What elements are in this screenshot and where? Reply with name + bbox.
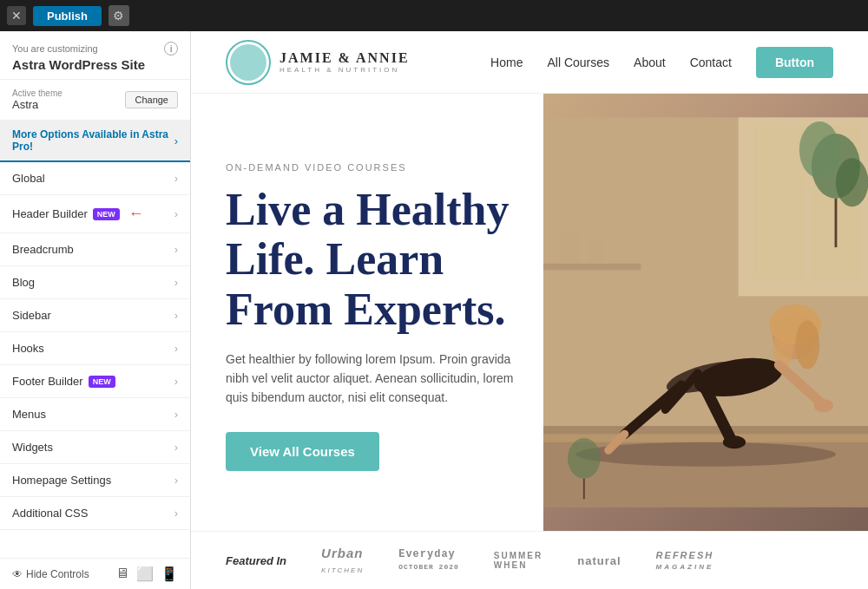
menu-item-label: Footer Builder xyxy=(12,375,83,388)
svg-rect-2 xyxy=(754,126,803,280)
main-layout: You are customizing i Astra WordPress Si… xyxy=(0,31,868,589)
menu-arrow-icon: › xyxy=(174,172,178,185)
desktop-icon[interactable]: 🖥 xyxy=(115,566,129,582)
change-theme-button[interactable]: Change xyxy=(125,91,178,108)
sidebar-menu-item-footer-builder[interactable]: Footer BuilderNEW› xyxy=(0,365,190,398)
sidebar-menu-item-additional-css[interactable]: Additional CSS› xyxy=(0,497,190,530)
menu-item-label: Sidebar xyxy=(12,309,51,322)
hero-image xyxy=(543,94,868,531)
publish-button[interactable]: Publish xyxy=(33,6,102,26)
customizing-header: You are customizing i Astra WordPress Si… xyxy=(0,31,190,80)
menu-arrow-icon: › xyxy=(174,207,178,220)
menu-arrow-icon: › xyxy=(174,243,178,256)
site-name: Astra WordPress Site xyxy=(12,57,178,72)
svg-rect-26 xyxy=(543,264,641,270)
top-bar: ✕ Publish ⚙ xyxy=(0,0,868,31)
featured-logo-everyday: EverydayOCTOBER 2020 xyxy=(398,548,459,573)
svg-point-6 xyxy=(799,121,839,179)
menu-arrow-icon: › xyxy=(174,276,178,289)
sidebar-menu-item-sidebar[interactable]: Sidebar› xyxy=(0,299,190,332)
device-icons: 🖥 ⬜ 📱 xyxy=(115,566,178,582)
hide-controls-button[interactable]: 👁 Hide Controls xyxy=(12,568,89,580)
info-icon[interactable]: i xyxy=(164,42,178,56)
logo-area: JAMIE & ANNIE HEALTH & NUTRITION xyxy=(226,40,410,85)
featured-label: Featured In xyxy=(226,554,286,567)
hero-section: ON-DEMAND VIDEO COURSES Live a Healthy L… xyxy=(191,94,868,531)
svg-point-24 xyxy=(568,438,600,479)
menu-arrow-icon: › xyxy=(174,342,178,355)
featured-logo-summer: SUMMERWHEN xyxy=(494,551,542,570)
featured-logo-natural: natural xyxy=(577,554,621,567)
gear-button[interactable]: ⚙ xyxy=(108,5,129,26)
sidebar-menu-item-widgets[interactable]: Widgets› xyxy=(0,431,190,464)
astra-pro-arrow-icon: › xyxy=(174,134,178,147)
featured-logo-urban: UrbanKITCHEN xyxy=(321,546,364,575)
logo-name: JAMIE & ANNIE xyxy=(279,50,410,66)
sidebar-menu-item-blog[interactable]: Blog› xyxy=(0,266,190,299)
svg-point-14 xyxy=(795,320,819,369)
sidebar-menu-item-header-builder[interactable]: Header BuilderNEW←› xyxy=(0,195,190,233)
menu-arrow-icon: › xyxy=(174,507,178,520)
menu-arrow-icon: › xyxy=(174,309,178,322)
menu-arrow-icon: › xyxy=(174,441,178,454)
close-button[interactable]: ✕ xyxy=(7,6,26,25)
close-icon: ✕ xyxy=(11,9,22,23)
hero-illustration xyxy=(543,94,868,531)
gear-icon: ⚙ xyxy=(113,9,124,23)
menu-item-label: Breadcrumb xyxy=(12,243,74,256)
sidebar: You are customizing i Astra WordPress Si… xyxy=(0,31,191,589)
logo-tagline: HEALTH & NUTRITION xyxy=(279,66,410,74)
svg-point-21 xyxy=(722,435,745,448)
menu-item-label: Blog xyxy=(12,276,35,289)
eye-icon: 👁 xyxy=(12,568,23,580)
nav-button[interactable]: Button xyxy=(756,47,833,78)
astra-pro-banner[interactable]: More Options Available in Astra Pro! › xyxy=(0,121,190,162)
site-header: JAMIE & ANNIE HEALTH & NUTRITION Home Al… xyxy=(191,31,868,94)
nav-item-about[interactable]: About xyxy=(634,56,666,69)
tablet-icon[interactable]: ⬜ xyxy=(136,566,154,582)
hero-label: ON-DEMAND VIDEO COURSES xyxy=(226,162,529,173)
menu-arrow-icon: › xyxy=(174,408,178,421)
menu-item-label: Homepage Settings xyxy=(12,474,111,487)
featured-logo-refresh: REFRESHMAGAZINE xyxy=(656,550,714,571)
astra-pro-text: More Options Available in Astra Pro! xyxy=(12,128,174,153)
menu-item-label: Widgets xyxy=(12,441,53,454)
featured-section: Featured In UrbanKITCHEN EverydayOCTOBER… xyxy=(191,531,868,589)
menu-item-label: Hooks xyxy=(12,342,44,355)
sidebar-menu-item-menus[interactable]: Menus› xyxy=(0,398,190,431)
nav-menu: Home All Courses About Contact Button xyxy=(490,47,833,78)
svg-point-18 xyxy=(813,399,832,412)
svg-point-5 xyxy=(836,158,868,206)
logo-inner xyxy=(230,44,266,81)
menu-item-label: Header Builder xyxy=(12,207,88,220)
new-badge: NEW xyxy=(89,376,115,388)
sidebar-menu-item-breadcrumb[interactable]: Breadcrumb› xyxy=(0,233,190,266)
hero-image-background xyxy=(543,94,868,531)
logo-circle xyxy=(226,40,271,85)
theme-name: Astra xyxy=(12,98,62,111)
menu-item-label: Global xyxy=(12,172,45,185)
menu-list: Global›Header BuilderNEW←›Breadcrumb›Blo… xyxy=(0,162,190,530)
hero-title: Live a Healthy Life. Learn From Experts. xyxy=(226,185,529,334)
svg-rect-28 xyxy=(588,239,604,264)
svg-rect-27 xyxy=(559,231,579,263)
theme-section: Active theme Astra Change xyxy=(0,80,190,121)
footer-controls: 👁 Hide Controls 🖥 ⬜ 📱 xyxy=(0,558,190,589)
sidebar-menu-item-hooks[interactable]: Hooks› xyxy=(0,332,190,365)
customizing-label: You are customizing i xyxy=(12,42,178,56)
sidebar-menu-item-global[interactable]: Global› xyxy=(0,162,190,195)
hero-description: Get healthier by following lorem Ipsum. … xyxy=(226,350,529,408)
menu-item-label: Additional CSS xyxy=(12,507,88,520)
sidebar-menu-item-homepage-settings[interactable]: Homepage Settings› xyxy=(0,464,190,497)
new-badge: NEW xyxy=(93,208,120,220)
preview-area: JAMIE & ANNIE HEALTH & NUTRITION Home Al… xyxy=(191,31,868,589)
menu-arrow-icon: › xyxy=(174,375,178,388)
nav-item-courses[interactable]: All Courses xyxy=(547,56,609,69)
nav-item-contact[interactable]: Contact xyxy=(690,56,732,69)
mobile-icon[interactable]: 📱 xyxy=(161,566,178,582)
menu-item-label: Menus xyxy=(12,408,46,421)
hide-controls-label: Hide Controls xyxy=(26,568,89,580)
view-all-courses-button[interactable]: View All Courses xyxy=(226,432,379,471)
nav-item-home[interactable]: Home xyxy=(490,56,523,69)
active-theme-label: Active theme xyxy=(12,88,62,98)
